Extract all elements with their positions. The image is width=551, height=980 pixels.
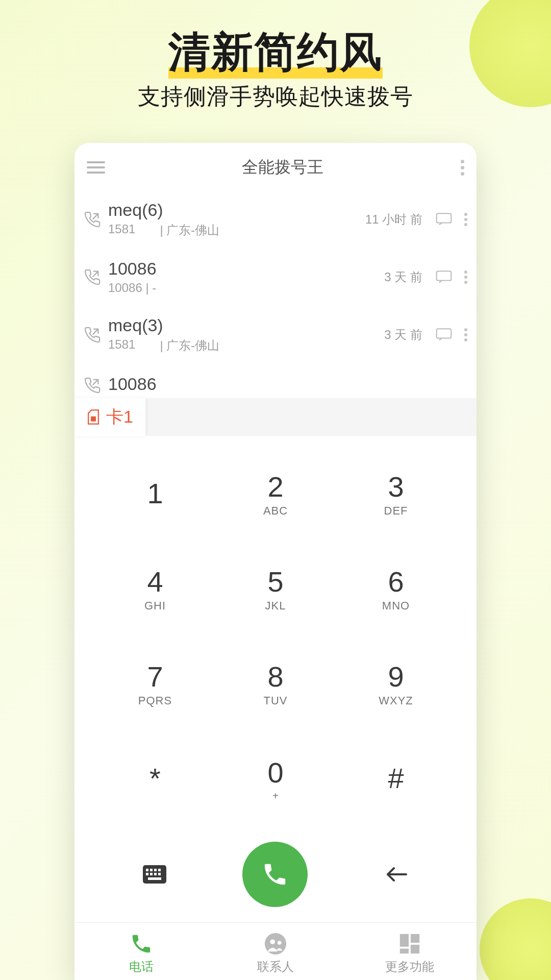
promo-subtitle: 支持侧滑手势唤起快速拨号	[138, 82, 413, 112]
background-decoration-2	[480, 898, 551, 980]
svg-rect-7	[154, 869, 157, 871]
call-number: 1581	[108, 222, 135, 238]
backspace-icon[interactable]	[384, 864, 408, 885]
menu-icon[interactable]	[87, 161, 105, 174]
svg-rect-13	[148, 877, 161, 880]
overflow-menu-icon[interactable]	[460, 160, 464, 176]
phone-frame: 全能拨号王 meq(6) 1581| 广东-佛山 11 小时 前 10086 1…	[74, 143, 477, 980]
promo-title: 清新简约风	[168, 24, 383, 81]
topbar: 全能拨号王	[74, 143, 477, 190]
more-tab-icon	[398, 932, 421, 955]
call-location: | 广东-佛山	[160, 222, 219, 238]
svg-point-15	[270, 939, 275, 944]
call-log-row[interactable]: meq(6) 1581| 广东-佛山 11 小时 前	[74, 190, 477, 249]
sim-selector-bar: 卡1	[74, 398, 477, 436]
nav-tab-more[interactable]: 更多功能	[342, 932, 477, 975]
message-icon[interactable]	[436, 213, 452, 226]
dialpad-key-9[interactable]: 9WXYZ	[336, 636, 456, 731]
row-overflow-icon[interactable]	[464, 213, 467, 226]
dialpad-action-row	[74, 831, 477, 922]
call-number: 1581	[108, 337, 135, 354]
keyboard-icon[interactable]	[143, 865, 166, 884]
app-title: 全能拨号王	[242, 156, 323, 179]
svg-rect-9	[146, 873, 148, 875]
outgoing-call-icon	[84, 268, 101, 286]
dialpad-key-0[interactable]: 0+	[215, 731, 336, 826]
dialpad-key-1[interactable]: 1	[95, 446, 215, 541]
row-overflow-icon[interactable]	[464, 271, 467, 284]
call-time: 3 天 前	[384, 327, 422, 343]
dialpad-key-hash[interactable]: #	[336, 731, 456, 826]
nav-label: 联系人	[257, 959, 294, 975]
svg-rect-18	[411, 934, 419, 943]
sim-card-icon	[87, 409, 100, 425]
outgoing-call-icon	[84, 326, 101, 344]
call-name: 10086	[108, 374, 467, 394]
dialpad-key-4[interactable]: 4GHI	[95, 541, 215, 636]
svg-point-16	[278, 941, 282, 945]
nav-label: 电话	[129, 959, 154, 975]
message-icon[interactable]	[436, 328, 452, 341]
dialpad: 1 2ABC 3DEF 4GHI 5JKL 6MNO 7PQRS 8TUV 9W…	[74, 436, 477, 831]
svg-rect-6	[150, 869, 153, 871]
phone-tab-icon	[130, 932, 153, 955]
call-log-row[interactable]: meq(3) 1581| 广东-佛山 3 天 前	[74, 305, 477, 364]
svg-rect-20	[411, 945, 419, 953]
nav-tab-contacts[interactable]: 联系人	[209, 932, 343, 975]
dialpad-key-5[interactable]: 5JKL	[215, 541, 336, 636]
bottom-nav: 电话 联系人 更多功能	[74, 922, 477, 980]
nav-label: 更多功能	[385, 959, 434, 975]
call-name: meq(6)	[108, 200, 358, 220]
call-time: 11 小时 前	[365, 211, 422, 228]
call-log-row[interactable]: 10086 10086 | - 3 天 前	[74, 249, 477, 305]
phone-icon	[261, 861, 289, 888]
contacts-tab-icon	[264, 932, 287, 955]
call-log-row[interactable]: 10086	[74, 364, 477, 398]
dialpad-key-2[interactable]: 2ABC	[215, 446, 336, 541]
call-name: 10086	[108, 259, 377, 279]
svg-rect-8	[158, 869, 161, 871]
svg-rect-2	[437, 329, 452, 338]
svg-rect-12	[158, 873, 161, 875]
outgoing-call-icon	[84, 211, 101, 228]
dialpad-key-6[interactable]: 6MNO	[336, 541, 456, 636]
outgoing-call-icon	[84, 377, 101, 394]
call-number: 10086 | -	[108, 281, 156, 295]
svg-rect-17	[400, 934, 409, 947]
sim-label: 卡1	[106, 405, 133, 429]
nav-tab-phone[interactable]: 电话	[74, 932, 209, 975]
sim-card-tab[interactable]: 卡1	[74, 398, 145, 436]
message-icon[interactable]	[436, 271, 452, 284]
call-time: 3 天 前	[384, 269, 422, 285]
svg-rect-1	[437, 271, 452, 280]
svg-rect-0	[437, 213, 452, 223]
call-location: | 广东-佛山	[160, 337, 219, 354]
background-decoration-1	[469, 0, 551, 107]
svg-rect-3	[91, 416, 96, 422]
dialpad-key-star[interactable]: *	[95, 731, 215, 826]
call-button[interactable]	[242, 842, 308, 907]
call-log-list: meq(6) 1581| 广东-佛山 11 小时 前 10086 10086 |…	[74, 190, 477, 398]
row-overflow-icon[interactable]	[464, 328, 467, 341]
svg-rect-10	[150, 873, 153, 875]
dialpad-key-8[interactable]: 8TUV	[215, 636, 336, 731]
call-name: meq(3)	[108, 315, 377, 335]
dialpad-key-7[interactable]: 7PQRS	[95, 636, 215, 731]
svg-rect-5	[146, 869, 148, 871]
svg-rect-11	[154, 873, 157, 875]
dialpad-key-3[interactable]: 3DEF	[336, 446, 456, 541]
svg-rect-19	[400, 949, 409, 954]
